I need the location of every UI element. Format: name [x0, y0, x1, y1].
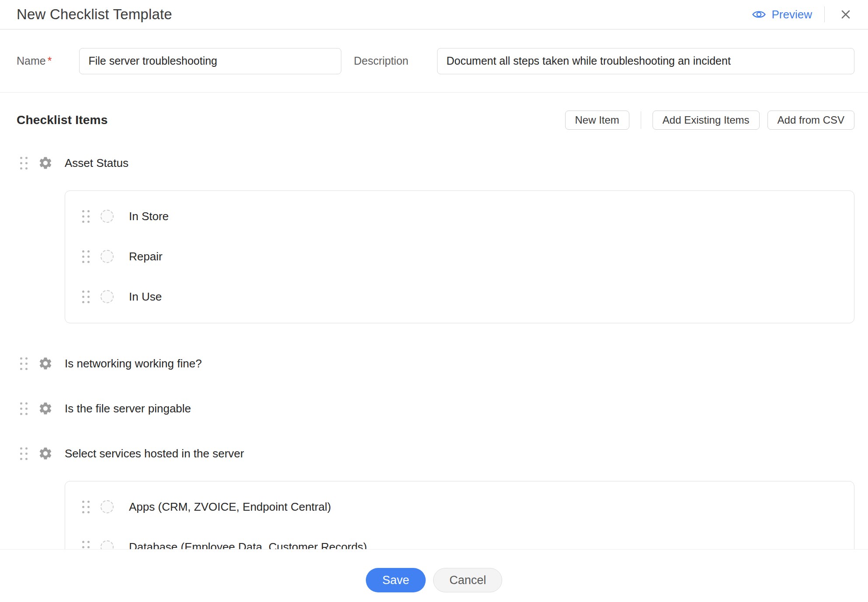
drag-dot	[87, 296, 90, 298]
drag-dot	[87, 501, 90, 503]
add-from-csv-button[interactable]: Add from CSV	[767, 111, 854, 130]
drag-dot	[82, 296, 84, 298]
checklist-item-row: Is networking working fine?	[0, 355, 868, 372]
drag-dot	[87, 210, 90, 212]
new-checklist-template-dialog: New Checklist Template Preview Name* Des…	[0, 0, 868, 602]
option-label: Apps (CRM, ZVOICE, Endpoint Central)	[129, 500, 331, 514]
drag-dot	[82, 301, 84, 303]
checklist-item-row: Is the file server pingable	[0, 400, 868, 417]
option-row: Apps (CRM, ZVOICE, Endpoint Central)	[65, 498, 854, 516]
eye-icon	[752, 9, 766, 20]
checklist-item-row: Asset Status	[0, 154, 868, 172]
drag-dot	[82, 250, 84, 253]
drag-dot	[82, 291, 84, 293]
drag-dot	[87, 221, 90, 223]
drag-handle-icon[interactable]	[82, 291, 90, 303]
save-button[interactable]: Save	[366, 568, 426, 592]
checklist-items-header: Checklist Items New Item Add Existing It…	[17, 111, 854, 130]
radio-button[interactable]	[101, 290, 114, 303]
header-divider	[824, 7, 825, 22]
drag-dot	[82, 256, 84, 258]
checklist-items-list: Asset StatusIn StoreRepairIn UseIs netwo…	[0, 154, 868, 574]
preview-label: Preview	[772, 8, 812, 21]
drag-dot	[20, 413, 22, 415]
drag-dot	[82, 546, 84, 548]
checklist-item-label: Is networking working fine?	[65, 357, 202, 370]
drag-dot	[87, 511, 90, 513]
preview-button[interactable]: Preview	[752, 8, 812, 21]
description-input[interactable]	[437, 48, 854, 74]
drag-dot	[25, 363, 28, 365]
drag-dot	[82, 506, 84, 508]
drag-dot	[20, 357, 22, 360]
dialog-footer: Save Cancel	[0, 549, 868, 602]
checklist-items-title: Checklist Items	[17, 113, 565, 127]
name-label-text: Name	[17, 55, 46, 67]
drag-dot	[87, 301, 90, 303]
drag-dot	[20, 408, 22, 410]
drag-dot	[87, 215, 90, 218]
drag-dot	[25, 157, 28, 159]
gear-icon[interactable]	[38, 356, 53, 371]
drag-dot	[87, 250, 90, 253]
drag-dot	[25, 458, 28, 460]
description-label: Description	[354, 55, 408, 67]
drag-handle-icon[interactable]	[82, 210, 90, 223]
actions-divider	[641, 111, 641, 129]
drag-dot	[25, 408, 28, 410]
drag-handle-icon[interactable]	[20, 402, 28, 415]
checklist-item-row: Select services hosted in the server	[0, 445, 868, 462]
new-item-button[interactable]: New Item	[565, 111, 629, 130]
drag-dot	[20, 162, 22, 164]
drag-dot	[82, 501, 84, 503]
drag-handle-icon[interactable]	[82, 501, 90, 513]
drag-dot	[25, 447, 28, 450]
drag-dot	[25, 357, 28, 360]
template-details-form: Name* Description	[0, 30, 868, 93]
drag-handle-icon[interactable]	[20, 447, 28, 460]
drag-dot	[87, 261, 90, 263]
drag-dot	[20, 458, 22, 460]
drag-dot	[25, 162, 28, 164]
option-row: In Store	[65, 208, 854, 225]
drag-dot	[87, 506, 90, 508]
drag-dot	[20, 368, 22, 370]
drag-dot	[25, 413, 28, 415]
drag-handle-icon[interactable]	[82, 250, 90, 263]
drag-dot	[25, 368, 28, 370]
close-icon	[839, 8, 852, 21]
drag-dot	[20, 363, 22, 365]
option-label: In Store	[129, 210, 169, 223]
name-input[interactable]	[79, 48, 341, 74]
drag-dot	[20, 453, 22, 455]
drag-dot	[82, 541, 84, 543]
drag-dot	[25, 402, 28, 405]
close-button[interactable]	[837, 6, 854, 23]
drag-dot	[25, 167, 28, 170]
required-asterisk: *	[48, 55, 52, 67]
checklist-item-label: Is the file server pingable	[65, 402, 191, 415]
gear-icon[interactable]	[38, 401, 53, 416]
drag-dot	[20, 167, 22, 170]
drag-dot	[20, 157, 22, 159]
drag-dot	[82, 215, 84, 218]
radio-button[interactable]	[101, 250, 114, 263]
dialog-header: New Checklist Template Preview	[0, 0, 868, 30]
radio-button[interactable]	[101, 210, 114, 223]
drag-handle-icon[interactable]	[20, 157, 28, 170]
option-row: In Use	[65, 288, 854, 305]
add-existing-items-button[interactable]: Add Existing Items	[653, 111, 760, 130]
cancel-button[interactable]: Cancel	[433, 568, 502, 592]
checklist-item-label: Select services hosted in the server	[65, 447, 244, 460]
gear-icon[interactable]	[38, 446, 53, 461]
checklist-actions: New Item Add Existing Items Add from CSV	[565, 111, 855, 130]
drag-dot	[20, 447, 22, 450]
drag-dot	[82, 261, 84, 263]
radio-button[interactable]	[101, 500, 114, 513]
drag-dot	[82, 210, 84, 212]
drag-dot	[87, 546, 90, 548]
option-row: Repair	[65, 248, 854, 265]
gear-icon[interactable]	[38, 156, 53, 170]
drag-dot	[25, 453, 28, 455]
drag-handle-icon[interactable]	[20, 357, 28, 370]
